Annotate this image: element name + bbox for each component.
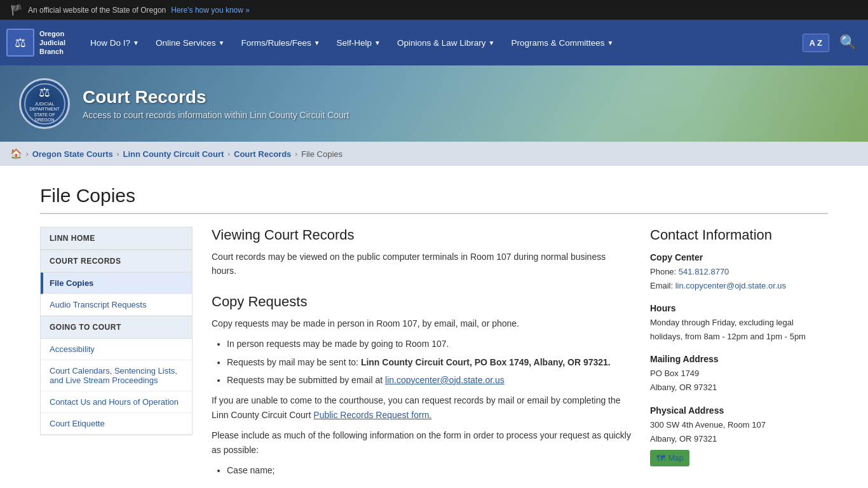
sidebar-section-going-to-court: GOING TO COURT Accessibility Court Calen… bbox=[40, 316, 193, 435]
seal-inner: ⚖ JUDICIAL DEPARTMENT STATE OF OREGON bbox=[24, 83, 65, 125]
viewing-title: Viewing Court Records bbox=[212, 227, 631, 243]
sidebar-item-court-calendars[interactable]: Court Calendars, Sentencing Lists, and L… bbox=[41, 360, 192, 391]
translate-button[interactable]: A Z bbox=[803, 34, 829, 52]
breadcrumb-sep: › bbox=[227, 150, 230, 158]
nav-forms-rules-fees[interactable]: Forms/Rules/Fees ▼ bbox=[233, 33, 327, 53]
copy-bullets: In person requests may be made by going … bbox=[227, 337, 631, 387]
physical-address-text: 300 SW 4th Avenue, Room 107 Albany, OR 9… bbox=[650, 418, 828, 446]
chevron-down-icon: ▼ bbox=[374, 39, 381, 46]
nav-self-help[interactable]: Self-Help ▼ bbox=[329, 33, 388, 53]
sidebar-item-court-etiquette[interactable]: Court Etiquette bbox=[41, 413, 192, 435]
nav-online-services[interactable]: Online Services ▼ bbox=[148, 33, 232, 53]
page-content: File Copies LINN HOME COURT RECORDS File… bbox=[27, 166, 841, 488]
contact-title: Contact Information bbox=[650, 227, 828, 243]
chevron-down-icon: ▼ bbox=[218, 39, 224, 46]
email-link-1[interactable]: lin.copycenter@ojd.state.or.us bbox=[385, 375, 505, 385]
copy-bullet-1: In person requests may be made by going … bbox=[227, 337, 631, 351]
map-label: Map bbox=[668, 454, 683, 463]
nav-how-do-i[interactable]: How Do I? ▼ bbox=[83, 33, 147, 53]
main-content: Viewing Court Records Court records may … bbox=[212, 227, 631, 488]
contact-panel: Contact Information Copy Center Phone: 5… bbox=[650, 227, 828, 488]
copy-bullet-2: Requests by mail may be sent to: Linn Co… bbox=[227, 355, 631, 369]
breadcrumb-sep: › bbox=[295, 150, 297, 158]
hero-banner: ⚖ JUDICIAL DEPARTMENT STATE OF OREGON Co… bbox=[0, 65, 868, 142]
chevron-down-icon: ▼ bbox=[489, 39, 495, 46]
breadcrumb-sep: › bbox=[117, 150, 119, 158]
include-bullets: Case name; bbox=[227, 463, 631, 477]
mail-address-bold: Linn County Circuit Court, PO Box 1749, … bbox=[361, 357, 611, 367]
include-bullet-1: Case name; bbox=[227, 463, 631, 477]
contact-copy-center-heading: Copy Center bbox=[650, 252, 828, 262]
logo-link[interactable]: ⚖ Oregon Judicial Branch bbox=[6, 29, 70, 57]
sidebar: LINN HOME COURT RECORDS File Copies Audi… bbox=[40, 227, 193, 488]
contact-hours-text: Monday through Friday, excluding legal h… bbox=[650, 316, 828, 344]
viewing-text: Court records may be viewed on the publi… bbox=[212, 250, 631, 278]
sidebar-item-audio-transcript[interactable]: Audio Transcript Requests bbox=[41, 294, 192, 316]
sidebar-item-contact-hours[interactable]: Contact Us and Hours of Operation bbox=[41, 391, 192, 413]
nav-programs-committees[interactable]: Programs & Committees ▼ bbox=[504, 33, 621, 53]
contact-email: Email: lin.copycenter@ojd.state.or.us bbox=[650, 279, 828, 293]
sidebar-heading-going-to-court: GOING TO COURT bbox=[41, 316, 192, 339]
viewing-section: Viewing Court Records Court records may … bbox=[212, 227, 631, 278]
flag-icon: 🏴 bbox=[10, 4, 23, 16]
copy-intro: Copy requests may be made in person in R… bbox=[212, 316, 631, 330]
main-nav: ⚖ Oregon Judicial Branch How Do I? ▼ Onl… bbox=[0, 20, 868, 65]
hero-text: Court Records Access to court records in… bbox=[83, 87, 349, 120]
unable-text: If you are unable to come to the courtho… bbox=[212, 393, 631, 422]
chevron-down-icon: ▼ bbox=[607, 39, 614, 46]
chevron-down-icon: ▼ bbox=[133, 39, 139, 46]
contact-phone: Phone: 541.812.8770 bbox=[650, 265, 828, 279]
phone-link[interactable]: 541.812.8770 bbox=[679, 267, 729, 276]
breadcrumb: 🏠 › Oregon State Courts › Linn County Ci… bbox=[0, 142, 868, 166]
sidebar-heading-linn-home[interactable]: LINN HOME bbox=[41, 227, 192, 250]
breadcrumb-court-records[interactable]: Court Records bbox=[234, 149, 291, 159]
content-layout: LINN HOME COURT RECORDS File Copies Audi… bbox=[40, 227, 828, 488]
home-icon[interactable]: 🏠 bbox=[10, 148, 22, 159]
hero-title: Court Records bbox=[83, 87, 349, 107]
sidebar-heading-court-records: COURT RECORDS bbox=[41, 250, 192, 273]
contact-hours-heading: Hours bbox=[650, 303, 828, 313]
nav-items: How Do I? ▼ Online Services ▼ Forms/Rule… bbox=[83, 33, 803, 53]
copy-bullet-3: Requests may be submitted by email at li… bbox=[227, 373, 631, 387]
mailing-address-text: PO Box 1749 Albany, OR 97321 bbox=[650, 367, 828, 395]
logo-icon: ⚖ bbox=[6, 29, 34, 57]
breadcrumb-linn-county[interactable]: Linn County Circuit Court bbox=[123, 149, 224, 159]
copy-section: Copy Requests Copy requests may be made … bbox=[212, 294, 631, 478]
sidebar-item-accessibility[interactable]: Accessibility bbox=[41, 339, 192, 360]
sidebar-item-file-copies[interactable]: File Copies bbox=[41, 273, 192, 294]
nav-opinions-law-library[interactable]: Opinions & Law Library ▼ bbox=[390, 33, 502, 53]
hero-subtitle: Access to court records information with… bbox=[83, 110, 349, 120]
contact-physical-address: Physical Address 300 SW 4th Avenue, Room… bbox=[650, 405, 828, 466]
public-records-link[interactable]: Public Records Request form. bbox=[313, 410, 431, 420]
map-icon: 🗺 bbox=[656, 453, 665, 463]
email-link-2[interactable]: lin.copycenter@ojd.state.or.us bbox=[675, 281, 786, 290]
nav-right: A Z 🔍 bbox=[803, 29, 862, 56]
contact-hours: Hours Monday through Friday, excluding l… bbox=[650, 303, 828, 344]
breadcrumb-oregon-state-courts[interactable]: Oregon State Courts bbox=[32, 149, 113, 159]
breadcrumb-sep: › bbox=[26, 150, 29, 158]
how-you-know-link[interactable]: Here's how you know » bbox=[171, 6, 250, 15]
chevron-down-icon: ▼ bbox=[314, 39, 320, 46]
map-button[interactable]: 🗺 Map bbox=[650, 450, 689, 466]
breadcrumb-current: File Copies bbox=[301, 149, 342, 159]
include-text: Please include as much of the following … bbox=[212, 428, 631, 457]
physical-address-heading: Physical Address bbox=[650, 405, 828, 416]
search-button[interactable]: 🔍 bbox=[834, 29, 862, 56]
page-title: File Copies bbox=[40, 185, 828, 214]
contact-mailing-address: Mailing Address PO Box 1749 Albany, OR 9… bbox=[650, 354, 828, 395]
top-banner: 🏴 An official website of the State of Or… bbox=[0, 0, 868, 20]
copy-title: Copy Requests bbox=[212, 294, 631, 310]
contact-copy-center: Copy Center Phone: 541.812.8770 Email: l… bbox=[650, 252, 828, 293]
banner-text: An official website of the State of Oreg… bbox=[28, 6, 166, 15]
logo-text: Oregon Judicial Branch bbox=[39, 29, 65, 57]
sidebar-section-court-records: COURT RECORDS File Copies Audio Transcri… bbox=[40, 250, 193, 316]
sidebar-section-linn-home: LINN HOME bbox=[40, 227, 193, 250]
mailing-address-heading: Mailing Address bbox=[650, 354, 828, 364]
court-seal: ⚖ JUDICIAL DEPARTMENT STATE OF OREGON bbox=[19, 78, 70, 129]
